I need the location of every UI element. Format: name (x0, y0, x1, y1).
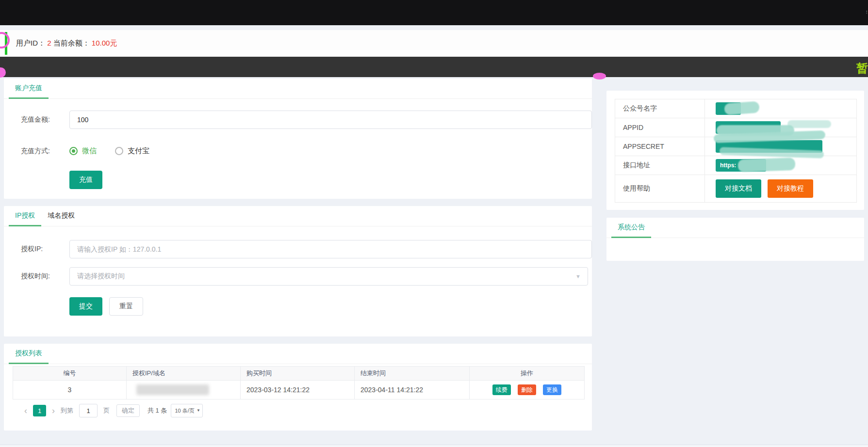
tab-auth-list[interactable]: 授权列表 (9, 344, 49, 364)
cell-ip-redacted (127, 381, 241, 399)
table-row: 3 2023-03-12 14:21:22 2023-04-11 14:21:2… (13, 381, 585, 399)
renew-button[interactable]: 续费 (492, 384, 511, 395)
recharge-card-tabs: 账户充值 (4, 79, 592, 99)
redaction-scribble (724, 101, 759, 115)
user-id-value: 2 (47, 39, 51, 47)
info-label: 公众号名字 (615, 99, 705, 118)
radio-alipay-label: 支付宝 (128, 146, 149, 156)
tutorial-button[interactable]: 对接教程 (768, 179, 813, 198)
goto-suffix-label: 页 (103, 406, 110, 415)
auth-ip-input[interactable] (69, 240, 592, 258)
user-info-bar: 用户ID： 2 当前余额： 10.00元 (0, 30, 868, 57)
notice-card-tabs: 系统公告 (606, 218, 864, 238)
tab-system-notice[interactable]: 系统公告 (611, 218, 651, 238)
header-ip-domain: 授权IP/域名 (127, 367, 241, 381)
page-number-button[interactable]: 1 (33, 405, 46, 416)
info-row-name: 公众号名字 (615, 99, 856, 118)
page-size-value: 10 条/页 (175, 407, 194, 415)
account-info-table: 公众号名字 APPID APPSECRET (615, 99, 857, 203)
footer-strip (0, 445, 868, 447)
header-end-time: 结束时间 (355, 367, 470, 381)
ip-auth-card: IP授权 域名授权 授权IP: 授权时间: 请选择授权时间 ▼ 提交 重置 (4, 206, 592, 336)
info-label: 使用帮助 (615, 175, 705, 202)
truncated-menu-icon: ⁝ (866, 10, 868, 15)
top-black-bar: ⁝ (0, 0, 868, 25)
info-row-api-url: 接口地址 https: (615, 156, 856, 175)
delete-button[interactable]: 删除 (518, 384, 536, 395)
goto-prefix-label: 到第 (61, 406, 73, 415)
dark-nav-bar: 暂 (0, 57, 868, 77)
cell-buy-time: 2023-03-12 14:21:22 (241, 381, 355, 399)
swap-button[interactable]: 更换 (543, 384, 561, 395)
info-label: 接口地址 (615, 156, 705, 175)
list-card-tabs: 授权列表 (4, 344, 592, 364)
auth-time-label: 授权时间: (21, 272, 69, 281)
radio-unchecked-icon (115, 147, 123, 155)
goto-confirm-button[interactable]: 确定 (116, 404, 140, 417)
cell-end-time: 2023-04-11 14:21:22 (355, 381, 470, 399)
page-size-select[interactable]: 10 条/页 ▼ (171, 404, 202, 417)
api-url-prefix: https: (716, 162, 736, 169)
recharge-amount-input[interactable] (69, 111, 592, 129)
auth-submit-button[interactable]: 提交 (69, 297, 102, 316)
auth-time-select[interactable]: 请选择授权时间 ▼ (69, 267, 588, 286)
goto-page-input[interactable] (79, 404, 98, 417)
recharge-method-group: 微信 支付宝 (69, 146, 168, 156)
system-notice-card: 系统公告 (606, 218, 864, 261)
info-row-appsecret: APPSECRET (615, 137, 856, 156)
announcement-marquee: 暂 (856, 61, 868, 76)
header-buy-time: 购买时间 (241, 367, 355, 381)
chevron-down-icon: ▼ (197, 408, 200, 413)
header-actions: 操作 (470, 367, 585, 381)
prev-page-icon[interactable]: ‹ (21, 406, 30, 415)
pagination: ‹ 1 › 到第 页 确定 共 1 条 10 条/页 ▼ (21, 404, 592, 417)
notice-empty-body (606, 238, 864, 260)
balance-label: 当前余额： (53, 39, 90, 47)
info-value-redacted (705, 99, 856, 118)
tab-domain-auth[interactable]: 域名授权 (41, 206, 81, 226)
pink-decor-blob (593, 73, 606, 80)
header-id: 编号 (13, 367, 127, 381)
info-label: APPSECRET (615, 137, 705, 156)
recharge-method-label: 充值方式: (21, 147, 69, 156)
account-info-card: 公众号名字 APPID APPSECRET (606, 91, 864, 210)
auth-card-tabs: IP授权 域名授权 (4, 206, 592, 226)
api-doc-button[interactable]: 对接文档 (716, 179, 761, 198)
table-header-row: 编号 授权IP/域名 购买时间 结束时间 操作 (13, 367, 585, 381)
balance-value: 10.00元 (92, 39, 117, 47)
auth-list-table: 编号 授权IP/域名 购买时间 结束时间 操作 3 2023-03-12 14:… (13, 366, 585, 399)
user-id-label: 用户ID： (16, 39, 45, 47)
page: ⁝ 用户ID： 2 当前余额： 10.00元 暂 账户充值 充值金额: 充值方式… (0, 0, 868, 447)
tab-ip-auth[interactable]: IP授权 (9, 206, 41, 226)
cell-id: 3 (13, 381, 127, 399)
info-label: APPID (615, 118, 705, 137)
tab-account-recharge[interactable]: 账户充值 (9, 79, 49, 98)
radio-wechat-label: 微信 (82, 146, 97, 156)
info-value-redacted (705, 137, 856, 156)
radio-checked-icon (69, 147, 78, 155)
auth-list-card: 授权列表 编号 授权IP/域名 购买时间 结束时间 操作 3 2023-03-1… (4, 344, 592, 431)
recharge-card: 账户充值 充值金额: 充值方式: 微信 支付宝 (4, 79, 592, 199)
total-count-label: 共 1 条 (147, 406, 167, 415)
redaction-scribble (787, 120, 831, 128)
auth-ip-label: 授权IP: (21, 245, 69, 254)
info-value-api-url: https: (705, 156, 856, 175)
recharge-submit-button[interactable]: 充值 (69, 171, 102, 189)
radio-alipay[interactable]: 支付宝 (115, 146, 149, 156)
auth-time-placeholder: 请选择授权时间 (77, 272, 125, 281)
info-value-help: 对接文档 对接教程 (705, 175, 856, 202)
recharge-amount-label: 充值金额: (21, 115, 69, 124)
redacted-ip-blur (136, 384, 209, 395)
auth-reset-button[interactable]: 重置 (109, 297, 143, 316)
user-balance-text: 用户ID： 2 当前余额： 10.00元 (16, 39, 117, 48)
next-page-icon[interactable]: › (49, 406, 58, 415)
chevron-down-icon: ▼ (575, 273, 581, 279)
redaction-scribble (738, 158, 796, 172)
radio-wechat[interactable]: 微信 (69, 146, 97, 156)
info-row-help: 使用帮助 对接文档 对接教程 (615, 175, 856, 202)
cell-actions: 续费 删除 更换 (470, 381, 585, 399)
